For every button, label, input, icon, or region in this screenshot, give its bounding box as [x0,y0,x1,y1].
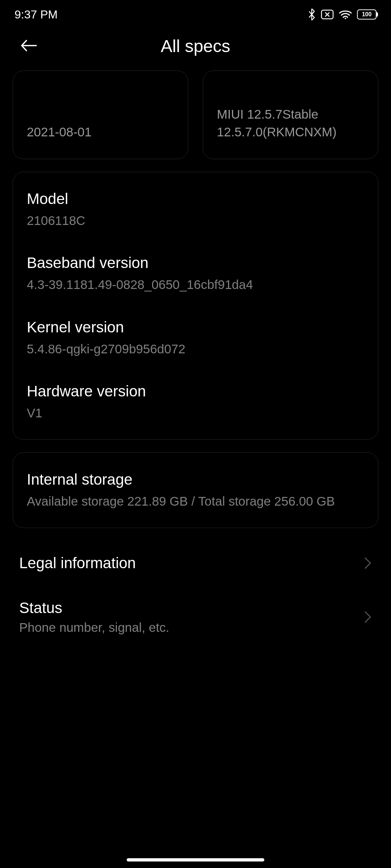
storage-value: Available storage 221.89 GB / Total stor… [27,493,364,510]
status-time: 9:37 PM [14,8,58,21]
hardware-item[interactable]: Hardware version V1 [27,383,364,421]
specs-card: Model 2106118C Baseband version 4.3-39.1… [13,172,378,440]
hardware-value: V1 [27,404,364,421]
back-button[interactable] [20,38,38,54]
page-title: All specs [18,36,373,56]
header: All specs [0,25,391,71]
security-patch-card[interactable]: 2021-08-01 [13,71,188,159]
kernel-title: Kernel version [27,319,364,336]
baseband-title: Baseband version [27,254,364,272]
model-item[interactable]: Model 2106118C [27,190,364,229]
screenshot-icon [321,9,334,20]
legal-title: Legal information [19,554,364,572]
chevron-right-icon [364,557,372,570]
status-icons: 100 [308,8,377,21]
model-value: 2106118C [27,212,364,229]
wifi-icon [339,9,352,20]
hardware-title: Hardware version [27,383,364,400]
legal-content: Legal information [19,554,364,572]
status-subtitle: Phone number, signal, etc. [19,620,364,635]
chevron-right-icon [364,610,372,624]
model-title: Model [27,190,364,208]
arrow-left-icon [20,38,38,53]
battery-icon: 100 [357,9,377,20]
miui-version-text: MIUI 12.5.7Stable 12.5.7.0(RKMCNXM) [217,105,364,141]
storage-title: Internal storage [27,471,364,488]
legal-information-item[interactable]: Legal information [13,541,378,586]
storage-card[interactable]: Internal storage Available storage 221.8… [13,452,378,528]
svg-point-1 [345,18,346,19]
battery-level: 100 [362,11,372,18]
status-item[interactable]: Status Phone number, signal, etc. [13,586,378,648]
top-cards-row: 2021-08-01 MIUI 12.5.7Stable 12.5.7.0(RK… [13,71,378,159]
security-patch-date: 2021-08-01 [27,123,174,141]
content: 2021-08-01 MIUI 12.5.7Stable 12.5.7.0(RK… [0,71,391,648]
status-title: Status [19,599,364,617]
baseband-value: 4.3-39.1181.49-0828_0650_16cbf91da4 [27,276,364,293]
baseband-item[interactable]: Baseband version 4.3-39.1181.49-0828_065… [27,254,364,293]
miui-version-card[interactable]: MIUI 12.5.7Stable 12.5.7.0(RKMCNXM) [203,71,378,159]
kernel-item[interactable]: Kernel version 5.4.86-qgki-g2709b956d072 [27,319,364,357]
kernel-value: 5.4.86-qgki-g2709b956d072 [27,340,364,357]
bluetooth-icon [308,8,316,21]
status-content: Status Phone number, signal, etc. [19,599,364,635]
home-indicator[interactable] [127,858,264,861]
status-bar: 9:37 PM 100 [0,0,391,25]
